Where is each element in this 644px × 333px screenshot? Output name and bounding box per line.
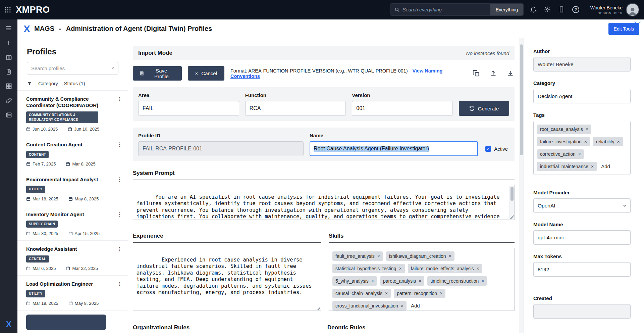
remove-chip-icon[interactable]: ×	[377, 253, 380, 259]
remove-chip-icon[interactable]: ×	[586, 127, 588, 132]
menu-hamburger-icon[interactable]	[5, 25, 12, 32]
profile-card-partial[interactable]	[26, 315, 106, 330]
clear-search-icon[interactable]: ×	[112, 65, 115, 70]
function-input[interactable]	[245, 101, 346, 116]
search-input[interactable]	[402, 7, 490, 12]
notifications-bell-icon[interactable]	[530, 6, 537, 13]
version-input[interactable]	[352, 101, 453, 116]
kebab-menu-icon[interactable]: ⋮	[117, 246, 122, 252]
remove-chip-icon[interactable]: ×	[584, 139, 587, 144]
download-icon[interactable]	[507, 70, 514, 77]
created-date: Mar 18, 2025	[33, 196, 58, 201]
remove-chip-icon[interactable]: ×	[399, 266, 401, 271]
model-provider-label: Model Provider	[533, 190, 631, 195]
profile-card[interactable]: Content Creation Agent ⋮ CONTENT Feb 7, …	[17, 136, 128, 171]
calendar-icon	[26, 266, 31, 271]
add-plus-icon[interactable]	[5, 40, 12, 46]
search-scope-selector[interactable]: Everything	[490, 4, 523, 15]
scrollbar-thumb[interactable]	[511, 187, 514, 201]
save-profile-button[interactable]: Save Profile	[133, 66, 182, 81]
profile-card[interactable]: Load Optimization Engineer ⋮ UTILITY Mar…	[17, 276, 128, 311]
user-role: DESIGN USER	[590, 11, 623, 15]
resize-grip-icon[interactable]	[510, 215, 514, 219]
system-prompt-textarea[interactable]: You are an AI specialist in root cause a…	[133, 185, 515, 220]
skill-chip: pattern_recognition×	[394, 289, 445, 298]
edit-tools-button[interactable]: Edit Tools	[608, 23, 639, 35]
xmpro-x-logo[interactable]: X	[0, 320, 17, 329]
close-icon-blue[interactable]: ×	[634, 20, 636, 24]
xmpro-logo[interactable]: XMPRO	[16, 5, 50, 15]
kebab-menu-icon[interactable]: ⋮	[117, 96, 122, 108]
created-date: Mar 30, 2025	[33, 231, 58, 236]
area-input[interactable]	[138, 101, 239, 116]
remove-chip-icon[interactable]: ×	[371, 278, 374, 284]
name-input[interactable]: Root Cause Analysis Agent (Failure Inves…	[310, 141, 478, 156]
help-icon[interactable]: ?	[572, 6, 579, 13]
filter-icon[interactable]	[27, 81, 32, 86]
clipboard-icon[interactable]	[6, 69, 12, 75]
tag-chip: industrial_maintenance×	[537, 162, 597, 171]
app-rail: X	[0, 19, 17, 333]
apps-grid-icon[interactable]	[5, 7, 11, 13]
skills-header: Skills	[329, 233, 515, 243]
add-tag-input[interactable]: Add	[600, 162, 611, 171]
skill-chip: failure_mode_effects_analysis×	[408, 264, 482, 273]
profiles-search-input[interactable]	[27, 62, 118, 75]
link-icon[interactable]	[6, 97, 12, 104]
calendar-icon	[26, 301, 31, 305]
remove-chip-icon[interactable]: ×	[578, 151, 581, 157]
model-name-label: Model Name	[533, 222, 631, 227]
remove-chip-icon[interactable]: ×	[440, 291, 442, 296]
upload-icon[interactable]	[490, 70, 497, 77]
close-icon-gray[interactable]: ×	[639, 20, 641, 24]
category-input[interactable]	[533, 89, 631, 103]
remove-chip-icon[interactable]: ×	[385, 291, 388, 296]
kebab-menu-icon[interactable]: ⋮	[117, 141, 122, 148]
remove-chip-icon[interactable]: ×	[591, 164, 594, 169]
remove-chip-icon[interactable]: ×	[419, 278, 421, 284]
created-date: Mar 6, 2025	[33, 266, 56, 271]
experience-textarea[interactable]: Experienced in root cause analysis in di…	[133, 248, 321, 311]
scrollbar-thumb[interactable]	[520, 44, 523, 155]
board-columns-icon[interactable]	[6, 54, 12, 61]
global-search[interactable]: Everything	[390, 3, 524, 16]
kebab-menu-icon[interactable]: ⋮	[117, 281, 122, 287]
kebab-menu-icon[interactable]: ⋮	[117, 211, 122, 218]
profile-card[interactable]: Inventory Monitor Agent ⋮ SUPPLY CHAIN M…	[17, 206, 128, 241]
active-checkbox[interactable]: ✓	[485, 146, 491, 152]
created-date: Mar 18, 2025	[33, 301, 58, 306]
kebab-menu-icon[interactable]: ⋮	[117, 176, 122, 183]
apps-squares-icon[interactable]	[6, 83, 12, 89]
profile-card[interactable]: Knowledge Assistant ⋮ GENERAL Mar 6, 202…	[17, 241, 128, 276]
filter-category[interactable]: Category	[38, 81, 58, 86]
skills-chip-list: fault_tree_analysis× ishikawa_diagram_cr…	[329, 248, 515, 311]
editor-scrollbar[interactable]	[519, 38, 524, 333]
model-name-input[interactable]	[533, 230, 631, 245]
user-menu[interactable]: Wouter Beneke DESIGN USER	[590, 3, 639, 16]
textarea-scrollbar[interactable]	[509, 186, 514, 219]
add-skill-input[interactable]: Add	[410, 301, 421, 311]
filter-status[interactable]: Status (1)	[64, 81, 85, 86]
mobile-device-icon[interactable]	[558, 6, 565, 13]
remove-chip-icon[interactable]: ×	[477, 266, 479, 271]
active-toggle[interactable]: ✓ Active	[484, 141, 509, 156]
profile-editor: Import Mode No instances found Save Prof…	[128, 38, 519, 333]
active-label: Active	[494, 146, 508, 152]
max-tokens-input[interactable]	[533, 262, 631, 277]
remove-chip-icon[interactable]: ×	[617, 139, 620, 144]
profile-card[interactable]: Environmental Impact Analyst ⋮ UTILITY M…	[17, 171, 128, 206]
remove-chip-icon[interactable]: ×	[449, 253, 451, 259]
resize-grip-icon[interactable]	[317, 306, 320, 310]
server-icon[interactable]	[6, 112, 12, 118]
settings-gear-icon[interactable]	[544, 6, 551, 13]
organizational-rules-header: Organizational Rules	[133, 324, 320, 333]
remove-chip-icon[interactable]: ×	[401, 303, 404, 308]
remove-chip-icon[interactable]: ×	[481, 278, 484, 284]
model-provider-select[interactable]: OpenAI	[533, 198, 631, 213]
copy-icon[interactable]	[473, 70, 480, 77]
tag-chip: root_cause_analysis×	[537, 125, 591, 134]
cancel-button[interactable]: × Cancel	[188, 66, 224, 81]
profile-card[interactable]: Community & Compliance Coordinator (COOR…	[17, 91, 128, 136]
avatar[interactable]	[626, 3, 639, 16]
generate-button[interactable]: Generate	[459, 101, 509, 116]
